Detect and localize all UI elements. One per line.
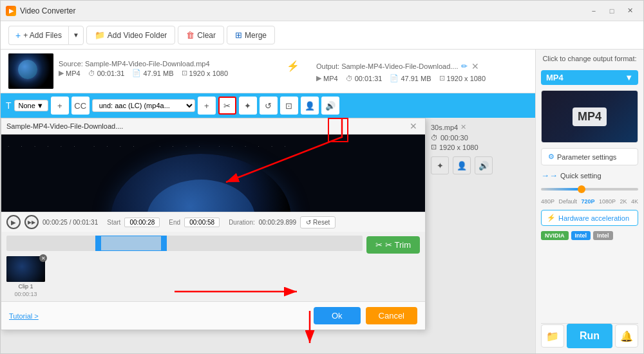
start-time-input[interactable] (124, 218, 160, 227)
output-duration: ⏱ 00:01:31 (346, 74, 383, 82)
quality-480p: 480P (541, 198, 554, 205)
add-files-dropdown-button[interactable]: ▼ (68, 26, 84, 45)
nvidia-badge: NVIDIA (541, 231, 569, 240)
clock-icon2: ⏱ (431, 134, 438, 142)
content-area: Source: Sample-MP4-Video-File-Download.m… (1, 50, 643, 353)
timeline-selection (95, 236, 167, 251)
source-duration: ⏱ 00:01:31 (88, 69, 125, 77)
edit-toolbar: T None ▼ + CC und: aac (LC) (mp4a... + ✂… (1, 93, 535, 118)
clip-label: Clip 1 (18, 283, 33, 290)
crop-button[interactable]: ⊡ (280, 97, 298, 115)
volume-button[interactable]: 🔊 (321, 97, 339, 115)
res-icon2: ⊡ (431, 143, 437, 151)
right-volume-btn[interactable]: 🔊 (475, 156, 493, 174)
hw-icon: ⚡ (547, 214, 556, 222)
format-preview-image: MP4 (542, 91, 638, 142)
video-section: 30s.mp4 ✕ ⏱ 00:00:30 ⊡ 1920 x 1080 ✦ (1, 118, 535, 353)
quality-default: Default (559, 198, 578, 205)
popup-actions: Ok Cancel (314, 307, 417, 324)
time-display: 00:00:25 / 00:01:31 (43, 219, 98, 226)
clear-button[interactable]: 🗑 Clear (178, 26, 224, 44)
parameter-settings-button[interactable]: ⚙ Parameter settings (541, 148, 638, 165)
right-close-icon[interactable]: ✕ (460, 123, 466, 131)
cut-button[interactable]: ✂ (218, 97, 236, 115)
remove-file-icon[interactable]: ✕ (470, 60, 480, 73)
subtitle-select[interactable]: None ▼ (14, 100, 48, 111)
output-stats: ▶ MP4 ⏱ 00:01:31 📄 47.91 MB (316, 74, 527, 82)
gpu-badges: NVIDIA Intel Intel (541, 231, 638, 240)
file-row: Source: Sample-MP4-Video-File-Download.m… (1, 50, 535, 93)
file-header: Source: Sample-MP4-Video-File-Download.m… (59, 60, 527, 82)
clip-close-button[interactable]: ✕ (39, 254, 47, 262)
hardware-acceleration-button[interactable]: ⚡ Hardware acceleration (541, 210, 638, 226)
right-file-header: 30s.mp4 ✕ (431, 123, 530, 131)
clip-thumbnail: ✕ (6, 256, 45, 282)
audio-select[interactable]: und: aac (LC) (mp4a... (92, 99, 195, 112)
start-label: Start (107, 219, 120, 226)
subtitle-settings-button[interactable]: CC (71, 97, 90, 115)
output-folder-button[interactable]: 📁 (541, 324, 564, 348)
fast-play-button[interactable]: ▶▶ (24, 215, 39, 229)
ok-button[interactable]: Ok (314, 307, 361, 324)
window-controls: − □ ✕ (585, 5, 638, 17)
right-person-btn[interactable]: 👤 (453, 156, 471, 174)
trim-button[interactable]: ✂ ✂ Trim (366, 236, 420, 254)
clock-icon: ⏱ (88, 70, 95, 77)
popup-bottom: Tutorial > Ok Cancel (1, 301, 425, 330)
format-icon: ▶ (59, 69, 64, 77)
output-res-icon: ⊡ (439, 74, 445, 82)
file-info: Source: Sample-MP4-Video-File-Download.m… (59, 60, 527, 82)
source-label: Source: Sample-MP4-Video-File-Download.m… (59, 60, 270, 68)
popup-titlebar: Sample-MP4-Video-File-Download.... ✕ (1, 118, 425, 135)
timeline-track[interactable] (6, 236, 363, 251)
watermark-button[interactable]: 👤 (301, 97, 319, 115)
notification-button[interactable]: 🔔 (615, 324, 638, 348)
maximize-button[interactable]: □ (603, 5, 620, 17)
add-files-button[interactable]: + + Add Files (8, 26, 68, 45)
close-button[interactable]: ✕ (621, 5, 638, 17)
merge-button[interactable]: ⊞ Merge (227, 26, 275, 44)
minimize-button[interactable]: − (585, 5, 602, 17)
tutorial-link[interactable]: Tutorial > (9, 311, 39, 321)
output-file-icon: 📄 (390, 74, 399, 82)
quick-setting-label: →→ Quick setting (541, 171, 638, 180)
settings-icon: ⚙ (548, 153, 554, 161)
run-button[interactable]: Run (567, 324, 612, 348)
trim-handle-right[interactable] (161, 236, 166, 250)
trim-handle-left[interactable] (96, 236, 101, 250)
convert-arrow: ⚡ (283, 60, 303, 72)
quality-2k: 2K (620, 198, 627, 205)
edit-output-icon[interactable]: ✏ (461, 62, 468, 71)
clip-1: ✕ Clip 1 00:00:13 (6, 256, 45, 297)
add-audio-button[interactable]: + (198, 97, 216, 115)
play-button[interactable]: ▶ (6, 215, 21, 229)
source-stats: ▶ MP4 ⏱ 00:01:31 📄 47.91 MB (59, 69, 270, 77)
quality-labels: 480P Default 720P 1080P 2K 4K (541, 198, 638, 205)
intel-badge-1: Intel (571, 231, 591, 240)
run-area: 📁 Run 🔔 (541, 323, 638, 348)
mp4-badge: MP4 (573, 107, 607, 126)
controls-bar: ▶ ▶▶ 00:00:25 / 00:01:31 Start End Durat… (1, 212, 425, 232)
end-label: End (169, 219, 180, 226)
file-output: Output: Sample-MP4-Video-File-Download..… (316, 60, 527, 82)
file-thumbnail (8, 53, 53, 89)
rotate-button[interactable]: ↺ (260, 97, 278, 115)
end-time-input[interactable] (184, 218, 220, 227)
reset-icon: ↺ (306, 219, 311, 226)
output-label: Output: Sample-MP4-Video-File-Download..… (316, 60, 527, 73)
quality-4k: 4K (631, 198, 638, 205)
right-panel: Click to change output format: MP4 ▼ MP4… (535, 50, 643, 353)
right-effects-btn[interactable]: ✦ (431, 156, 449, 174)
add-video-folder-button[interactable]: 📁 Add Video Folder (86, 26, 176, 44)
resolution-icon: ⊡ (182, 69, 187, 77)
add-subtitle-button[interactable]: + (51, 97, 69, 115)
popup-close-button[interactable]: ✕ (407, 121, 420, 131)
duration-value: 00:00:29.899 (259, 219, 296, 226)
output-format-icon: ▶ (316, 74, 321, 82)
quality-1080p: 1080P (599, 198, 616, 205)
quality-thumb[interactable] (578, 185, 585, 193)
format-selector[interactable]: MP4 ▼ (541, 70, 638, 85)
cancel-button[interactable]: Cancel (366, 307, 417, 324)
effects-button[interactable]: ✦ (239, 97, 257, 115)
reset-button[interactable]: ↺ Reset (300, 216, 336, 228)
